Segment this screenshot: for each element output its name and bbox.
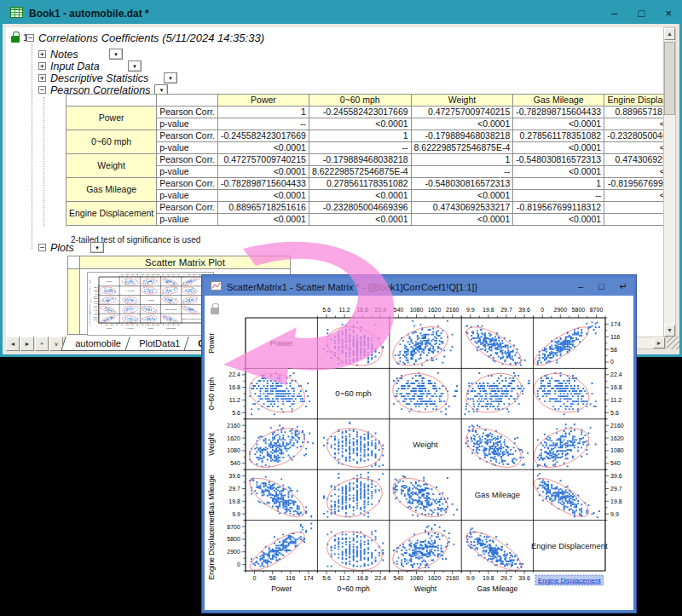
matrix-cell[interactable]: [383, 471, 458, 524]
dropdown-button[interactable]: ▼: [128, 60, 142, 72]
matrix-cell[interactable]: [315, 421, 393, 475]
axis-tick-label: 29.7: [94, 307, 98, 308]
tree-item-descriptive-statistics[interactable]: +Descriptive Statistics▼: [38, 72, 177, 83]
matrix-cell[interactable]: [382, 320, 458, 373]
matrix-cell[interactable]: [98, 305, 118, 314]
expand-box-icon[interactable]: +: [38, 74, 46, 82]
dropdown-button[interactable]: ▼: [109, 49, 123, 60]
axis-tick-label: 19.8: [228, 498, 240, 504]
collapse-box-icon[interactable]: −: [38, 244, 46, 251]
matrix-cell[interactable]: [179, 305, 199, 314]
axis-tick-label: 1080: [610, 447, 624, 453]
matrix-cell[interactable]: [138, 305, 159, 314]
vertical-scrollbar[interactable]: ▲ ▼: [663, 27, 676, 337]
matrix-cell[interactable]: [119, 304, 142, 314]
expand-box-icon[interactable]: +: [38, 50, 46, 58]
add-sheet-button[interactable]: +: [35, 337, 49, 351]
scrollbar-thumb[interactable]: [664, 42, 675, 115]
matrix-cell[interactable]: [138, 285, 160, 296]
matrix-cell[interactable]: [455, 366, 533, 420]
p-value: <0.0001: [218, 214, 309, 226]
matrix-cell[interactable]: [381, 366, 459, 420]
column-header: Power: [218, 95, 309, 107]
matrix-cell[interactable]: [523, 421, 599, 475]
confidence-ellipse: [98, 315, 118, 324]
matrix-cell[interactable]: [119, 296, 142, 306]
recalculate-lock-icon[interactable]: [11, 36, 20, 43]
tree-item-notes[interactable]: +Notes▼: [38, 49, 123, 60]
matrix-cell[interactable]: [178, 285, 200, 296]
tab-next-button[interactable]: ►: [20, 337, 34, 351]
scatter-matrix-plot[interactable]: Power0~60 mphWeightGas MileageEngine Dis…: [206, 296, 633, 611]
book1-titlebar[interactable]: Book1 - automobile.dat * – □ ×: [3, 3, 679, 24]
matrix-cell[interactable]: [97, 285, 119, 296]
dropdown-button[interactable]: ▼: [164, 72, 177, 83]
axis-tick-label: 1080: [94, 300, 98, 302]
p-value: <0.0001: [411, 118, 513, 130]
matrix-cell[interactable]: [315, 470, 393, 525]
tree-item-plots[interactable]: − Plots ▼: [38, 242, 104, 253]
pearson-value: -0.548030816572313: [411, 178, 513, 190]
matrix-cell[interactable]: [315, 319, 393, 373]
x-axis-title: Power: [107, 327, 112, 329]
collapse-box-icon[interactable]: −: [26, 34, 34, 42]
axis-tick-label: 5.6: [121, 324, 124, 325]
scatter-matrix-thumbnail[interactable]: Power0~60 mphWeightGas MileageEngine Dis…: [89, 273, 212, 331]
minimize-button[interactable]: –: [578, 281, 583, 292]
scattermatrix-window[interactable]: ScatterMatrix1 - Scatter Matrix * - {[Bo…: [202, 275, 636, 613]
x-axis-title: Power: [271, 584, 292, 593]
matrix-cell[interactable]: [315, 524, 393, 579]
axis-tick-label: 116: [286, 575, 295, 581]
matrix-cell[interactable]: [523, 366, 600, 420]
matrix-cell[interactable]: [458, 321, 529, 371]
axis-tick-label: 39.6: [177, 273, 182, 275]
matrix-cell[interactable]: [528, 321, 600, 370]
matrix-cell[interactable]: [119, 277, 142, 287]
axis-tick-label: 540: [610, 460, 621, 466]
matrix-cell[interactable]: [138, 277, 160, 286]
scattermatrix-titlebar[interactable]: ScatterMatrix1 - Scatter Matrix * - {[Bo…: [205, 278, 633, 296]
matrix-cell[interactable]: [526, 473, 600, 522]
matrix-cell[interactable]: [243, 523, 312, 575]
graph-page: Power0~60 mphWeightGas MileageEngine Dis…: [205, 296, 633, 610]
matrix-cell[interactable]: [459, 527, 529, 576]
matrix-cell[interactable]: [178, 296, 200, 305]
matrix-cell[interactable]: [239, 366, 316, 420]
resize-grip[interactable]: [667, 337, 679, 349]
matrix-cell[interactable]: [98, 315, 118, 324]
matrix-cell[interactable]: [382, 524, 458, 578]
maximize-button[interactable]: □: [639, 7, 645, 20]
matrix-cell[interactable]: [97, 296, 119, 305]
close-button[interactable]: ×: [665, 7, 672, 20]
matrix-cell[interactable]: [159, 285, 181, 296]
matrix-cell[interactable]: [239, 421, 315, 475]
scatter-points: [393, 524, 454, 568]
tree-item-input-data[interactable]: +Input Data▼: [38, 60, 142, 72]
collapse-box-icon[interactable]: −: [38, 86, 46, 94]
x-axis-title: 0~60 mph: [338, 584, 370, 593]
tree-root[interactable]: − Correlations Coefficients (5/11/2024 1…: [26, 32, 264, 43]
matrix-cell[interactable]: [241, 472, 313, 522]
sheet-tab-automobile[interactable]: automobile: [61, 337, 135, 351]
matrix-cell[interactable]: [159, 296, 181, 305]
maximize-button[interactable]: □: [598, 281, 604, 292]
axis-tick-label: 540: [95, 302, 98, 304]
axis-tick-label: 29.7: [172, 273, 176, 275]
minimize-button[interactable]: –: [611, 7, 617, 20]
axis-tick-label: 5.6: [121, 273, 124, 275]
scroll-up-icon[interactable]: ▲: [664, 28, 675, 40]
axis-tick-label: 5.6: [232, 410, 240, 416]
matrix-cell[interactable]: [159, 278, 180, 287]
scroll-right-icon[interactable]: ►: [653, 337, 665, 348]
pearson-value: -0.819567699118312: [513, 202, 604, 214]
scroll-down-icon[interactable]: ▼: [664, 325, 675, 337]
expand-box-icon[interactable]: +: [38, 62, 46, 70]
matrix-cell[interactable]: [180, 278, 200, 286]
chevron-down-icon[interactable]: ▼: [95, 245, 100, 250]
restore-button[interactable]: ↵: [620, 281, 627, 292]
p-value: --: [218, 118, 309, 130]
matrix-cell[interactable]: [456, 422, 531, 475]
tab-prev-button[interactable]: ◄: [6, 337, 20, 351]
matrix-cell[interactable]: [160, 315, 181, 325]
selected-axis-label[interactable]: Engine Displacement: [535, 575, 604, 585]
